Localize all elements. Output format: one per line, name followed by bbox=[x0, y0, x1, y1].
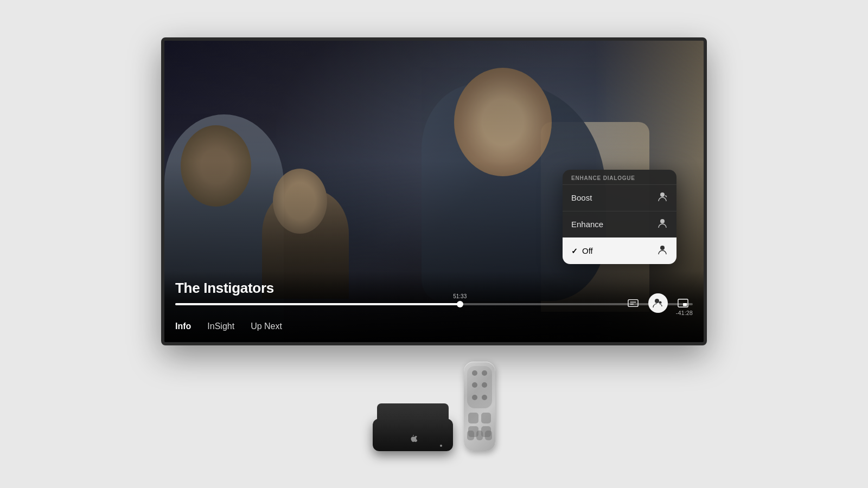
enhance-icon bbox=[657, 218, 668, 231]
remote-back-button[interactable] bbox=[468, 413, 478, 423]
remote-body bbox=[464, 362, 495, 451]
remote-bottom-buttons bbox=[467, 431, 492, 440]
tab-info[interactable]: Info bbox=[175, 322, 191, 331]
enhance-option-enhance[interactable]: Enhance bbox=[563, 211, 676, 237]
off-icon bbox=[657, 245, 668, 258]
tab-insight[interactable]: InSight bbox=[207, 322, 234, 331]
remote-vol-up[interactable] bbox=[485, 431, 492, 440]
svg-point-6 bbox=[655, 299, 659, 303]
boost-item-left: Boost bbox=[571, 193, 592, 202]
progress-dot bbox=[457, 301, 463, 307]
remote-dot-5 bbox=[472, 395, 477, 400]
remote-play-pause[interactable] bbox=[476, 431, 483, 440]
appletv-body bbox=[373, 419, 453, 451]
progress-fill bbox=[175, 303, 460, 305]
boost-icon bbox=[657, 191, 668, 204]
siri-remote bbox=[464, 362, 495, 451]
checkmark-icon: ✓ bbox=[571, 247, 578, 255]
remote-dot-6 bbox=[482, 395, 487, 400]
appletv-led bbox=[440, 445, 442, 447]
remote-vol-down[interactable] bbox=[467, 431, 474, 440]
off-label: Off bbox=[582, 246, 593, 255]
progress-bar[interactable]: 51:33 bbox=[175, 303, 693, 305]
apple-logo-icon bbox=[409, 435, 417, 444]
nav-tabs: Info InSight Up Next bbox=[175, 322, 693, 331]
remote-dot-2 bbox=[482, 370, 487, 376]
appletv-box bbox=[373, 403, 453, 451]
time-row: -41:28 bbox=[175, 310, 693, 316]
page: ENHANCE DIALOGUE Boost Enhance bbox=[0, 0, 868, 488]
tab-up-next[interactable]: Up Next bbox=[251, 322, 282, 331]
appletv-top bbox=[377, 403, 449, 420]
remote-dot-1 bbox=[472, 370, 477, 376]
remote-clickpad[interactable] bbox=[467, 366, 492, 408]
enhance-label: Enhance bbox=[571, 220, 603, 229]
enhance-dialogue-menu: ENHANCE DIALOGUE Boost Enhance bbox=[563, 170, 676, 264]
remote-home-button[interactable] bbox=[481, 413, 492, 423]
off-item-left: ✓ Off bbox=[571, 246, 593, 255]
enhance-option-off[interactable]: ✓ Off bbox=[563, 237, 676, 264]
svg-point-0 bbox=[660, 192, 665, 197]
remote-dot-4 bbox=[482, 382, 487, 388]
enhance-item-left: Enhance bbox=[571, 220, 603, 229]
remote-dot-3 bbox=[472, 382, 477, 388]
tv-screen: ENHANCE DIALOGUE Boost Enhance bbox=[161, 37, 707, 345]
hardware-section bbox=[373, 362, 495, 451]
current-time-marker: 51:33 bbox=[453, 293, 467, 299]
playback-ui: The Instigators 51:33 -41:28 Info InSigh… bbox=[164, 271, 704, 342]
enhance-option-boost[interactable]: Boost bbox=[563, 184, 676, 211]
boost-label: Boost bbox=[571, 193, 592, 202]
svg-point-1 bbox=[660, 219, 665, 223]
enhance-dialogue-header: ENHANCE DIALOGUE bbox=[563, 170, 676, 184]
svg-point-2 bbox=[660, 246, 665, 250]
movie-title: The Instigators bbox=[175, 280, 693, 297]
